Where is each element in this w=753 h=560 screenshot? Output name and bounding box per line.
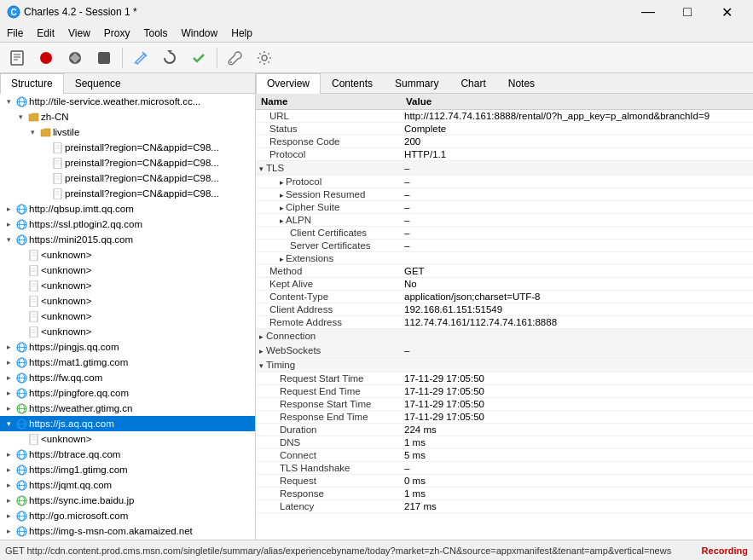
- menu-bar: File Edit View Proxy Tools Window Help: [0, 24, 753, 43]
- tree-expand-icon[interactable]: [15, 250, 26, 260]
- check-button[interactable]: [185, 45, 212, 71]
- tab-overview[interactable]: Overview: [256, 73, 321, 94]
- tree-expand-icon[interactable]: [39, 142, 49, 153]
- menu-proxy[interactable]: Proxy: [97, 24, 137, 42]
- tree-expand-icon[interactable]: ▾: [27, 127, 38, 137]
- tree-item[interactable]: ▸ https://jqmt.qq.com: [0, 477, 255, 493]
- tree-expand-icon[interactable]: [15, 265, 26, 275]
- tree-item[interactable]: ▸ https://img-s-msn-com.akamaized.net: [0, 523, 255, 539]
- tree-expand-icon[interactable]: ▸: [3, 465, 14, 475]
- tree-expand-icon[interactable]: [15, 326, 26, 337]
- tree-expand-icon[interactable]: ▾: [3, 234, 14, 245]
- tree-expand-icon[interactable]: ▸: [3, 388, 14, 398]
- left-panel: Structure Sequence ▾ http://tile-service…: [0, 73, 256, 540]
- tree-item[interactable]: ▾ https://mini2015.qq.com: [0, 232, 255, 247]
- property-name: TLS Handshake: [256, 462, 401, 475]
- tab-structure[interactable]: Structure: [0, 73, 64, 94]
- menu-window[interactable]: Window: [175, 24, 225, 42]
- tree-item[interactable]: ▾ http://tile-service.weather.microsoft.…: [0, 94, 255, 109]
- tree-expand-icon[interactable]: ▸: [3, 372, 14, 383]
- tree-item[interactable]: ▸ https://pingfore.qq.com: [0, 385, 255, 401]
- stop-button[interactable]: [90, 45, 118, 71]
- tree-expand-icon[interactable]: ▸: [3, 511, 14, 521]
- tree-expand-icon[interactable]: [39, 173, 49, 183]
- tree-expand-icon[interactable]: ▸: [3, 204, 14, 214]
- close-button[interactable]: ✕: [707, 0, 746, 24]
- tree-expand-icon[interactable]: [15, 434, 26, 444]
- tree-item[interactable]: preinstall?region=CN&appid=C98...: [0, 140, 255, 155]
- svg-point-14: [262, 55, 267, 61]
- menu-view[interactable]: View: [61, 24, 97, 42]
- tree-expand-icon[interactable]: ▸: [3, 480, 14, 490]
- tree-expand-icon[interactable]: [39, 158, 49, 168]
- throttle-button[interactable]: [61, 45, 89, 71]
- property-row: Latency217 ms: [256, 500, 753, 513]
- tree-item[interactable]: preinstall?region=CN&appid=C98...: [0, 170, 255, 186]
- tree-item[interactable]: ▾ livstile: [0, 124, 255, 140]
- tree-item[interactable]: <unknown>: [0, 431, 255, 447]
- tree-expand-icon[interactable]: ▾: [3, 419, 14, 429]
- tree-expand-icon[interactable]: ▾: [15, 112, 26, 122]
- property-value: 0 ms: [401, 475, 753, 488]
- tree-expand-icon[interactable]: ▸: [3, 495, 14, 505]
- tree-expand-icon[interactable]: ▾: [3, 96, 14, 107]
- tree-item[interactable]: ▸ https://sync.ime.baidu.jp: [0, 493, 255, 508]
- property-row: ▸Extensions: [256, 252, 753, 265]
- menu-edit[interactable]: Edit: [30, 24, 61, 42]
- window-controls[interactable]: — □ ✕: [628, 0, 746, 24]
- tab-notes[interactable]: Notes: [497, 73, 546, 93]
- tree-item[interactable]: ▸ https://img1.gtimg.com: [0, 462, 255, 477]
- tree-item[interactable]: <unknown>: [0, 247, 255, 263]
- record-button[interactable]: [32, 45, 60, 71]
- tab-chart[interactable]: Chart: [449, 73, 496, 93]
- tree-item[interactable]: ▾ zh-CN: [0, 109, 255, 124]
- tree-expand-icon[interactable]: ▸: [3, 357, 14, 367]
- tree-item[interactable]: <unknown>: [0, 293, 255, 309]
- tree-item[interactable]: ▸ https://mat1.gtimg.com: [0, 355, 255, 370]
- tree-item[interactable]: ▸ https://weather.gtimg.cn: [0, 401, 255, 416]
- tree-item[interactable]: <unknown>: [0, 263, 255, 278]
- tree-expand-icon[interactable]: ▸: [3, 342, 14, 352]
- tree-expand-icon[interactable]: [15, 311, 26, 321]
- new-session-button[interactable]: [3, 45, 31, 71]
- tab-sequence[interactable]: Sequence: [64, 73, 132, 93]
- menu-file[interactable]: File: [0, 24, 30, 42]
- tree-item[interactable]: <unknown>: [0, 278, 255, 293]
- settings-button[interactable]: [251, 45, 278, 71]
- globe-icon: [15, 464, 27, 476]
- tree-expand-icon[interactable]: ▸: [3, 403, 14, 413]
- maximize-button[interactable]: □: [668, 0, 707, 24]
- refresh-button[interactable]: [156, 45, 183, 71]
- tree-item[interactable]: <unknown>: [0, 309, 255, 324]
- tree-item[interactable]: preinstall?region=CN&appid=C98...: [0, 186, 255, 201]
- tree-item[interactable]: ▸ https://ssl.ptlogin2.qq.com: [0, 216, 255, 232]
- tree-container[interactable]: ▾ http://tile-service.weather.microsoft.…: [0, 94, 255, 540]
- tree-item-label: http://qbsup.imtt.qq.com: [29, 204, 255, 214]
- tree-expand-icon[interactable]: [39, 188, 49, 199]
- menu-help[interactable]: Help: [224, 24, 259, 42]
- compose-button[interactable]: [127, 45, 154, 71]
- tree-expand-icon[interactable]: ▸: [3, 219, 14, 229]
- tree-expand-icon[interactable]: ▸: [3, 526, 14, 536]
- tree-item[interactable]: <unknown>: [0, 324, 255, 339]
- tree-item[interactable]: ▾ https://js.aq.qq.com: [0, 416, 255, 431]
- tree-item-label: http://go.microsoft.com: [29, 511, 255, 521]
- tree-item[interactable]: ▸ https://static-spartan-eas-s-msn-com.a…: [0, 539, 255, 540]
- tree-item[interactable]: ▸ https://btrace.qq.com: [0, 447, 255, 462]
- tab-summary[interactable]: Summary: [384, 73, 449, 93]
- tree-item[interactable]: ▸ http://go.microsoft.com: [0, 508, 255, 523]
- tab-contents[interactable]: Contents: [321, 73, 384, 93]
- property-name: ▸ALPN: [256, 214, 401, 227]
- minimize-button[interactable]: —: [628, 0, 668, 24]
- property-name: DNS: [256, 436, 401, 449]
- tools-button[interactable]: [222, 45, 249, 71]
- tree-item[interactable]: ▸ https://pingjs.qq.com: [0, 339, 255, 355]
- tree-item[interactable]: ▸ https://fw.qq.com: [0, 370, 255, 385]
- tree-expand-icon[interactable]: [15, 296, 26, 306]
- tree-item[interactable]: ▸ http://qbsup.imtt.qq.com: [0, 201, 255, 216]
- menu-tools[interactable]: Tools: [137, 24, 175, 42]
- left-panel-tabs: Structure Sequence: [0, 73, 255, 94]
- tree-expand-icon[interactable]: [15, 280, 26, 291]
- tree-item[interactable]: preinstall?region=CN&appid=C98...: [0, 155, 255, 170]
- tree-expand-icon[interactable]: ▸: [3, 449, 14, 459]
